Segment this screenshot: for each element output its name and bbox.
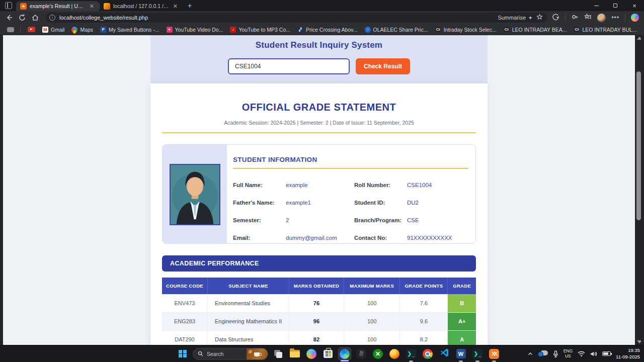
bookmarks-divider: [20, 27, 21, 33]
browser-essentials-icon[interactable]: [552, 13, 559, 23]
tab-close-icon[interactable]: ✕: [172, 3, 179, 10]
profile-avatar[interactable]: [597, 14, 606, 22]
bookmark-label: LEO INTRADAY BUL...: [582, 27, 636, 33]
bookmark-price-crossing[interactable]: ▞Price Crossing Abov...: [297, 27, 358, 33]
vscode-icon: [440, 348, 449, 359]
copilot-icon[interactable]: [631, 14, 639, 22]
new-tab-button[interactable]: +: [188, 2, 192, 10]
browser-tab-strip: example's Result | University Resu ✕ loc…: [0, 0, 644, 11]
summarise-button[interactable]: Summarise ✦: [498, 15, 532, 21]
back-icon[interactable]: [5, 14, 13, 22]
start-button[interactable]: [176, 347, 189, 360]
bookmark-yt-mp3[interactable]: ♪YouTube to MP3 Co...: [230, 27, 290, 33]
tray-expand-icon[interactable]: [528, 351, 533, 356]
bookmark-star-icon[interactable]: [536, 13, 543, 22]
statement-meta: Academic Session: 2024-2025 | Semester: …: [162, 120, 476, 126]
marks-obtained: 96: [289, 312, 344, 330]
task-view-button[interactable]: [272, 347, 285, 360]
window-minimize-button[interactable]: [587, 0, 606, 11]
academic-performance-header: ACADEMIC PERFORMANCE: [162, 255, 476, 272]
bookmark-label: Intraday Stock Selec...: [444, 27, 497, 33]
wifi-icon[interactable]: [578, 351, 585, 357]
field-label: Contact No:: [354, 235, 407, 241]
volume-icon[interactable]: [590, 351, 597, 357]
window-restore-button[interactable]: [606, 0, 625, 11]
bookmark-olaelec[interactable]: ◔OLAELEC Share Pric...: [365, 27, 428, 33]
chartink-icon: Ci: [435, 27, 441, 33]
url-text[interactable]: localhost/college_website/result.php: [59, 15, 498, 21]
terminal-button[interactable]: ❯_: [405, 347, 418, 360]
favorites-icon[interactable]: [584, 13, 592, 23]
tab-close-icon[interactable]: ✕: [89, 3, 95, 10]
scrollbar-thumb[interactable]: [636, 71, 641, 220]
search-seasonal-art[interactable]: [247, 348, 268, 360]
address-bar[interactable]: i localhost/college_website/result.php S…: [45, 13, 547, 23]
saved-buttons-icon: P: [100, 27, 106, 33]
bookmark-saved-buttons[interactable]: PMy Saved Buttons -...: [100, 27, 159, 33]
table-row: ENG283 Engineering Mathematics II 96 100…: [162, 312, 476, 330]
word-button[interactable]: W: [454, 347, 467, 360]
grade-points: 8.2: [400, 330, 448, 345]
column-header: SUBJECT NAME: [207, 278, 289, 294]
gem-app-button[interactable]: [355, 347, 368, 360]
onedrive-icon[interactable]: [538, 350, 548, 357]
copilot-button[interactable]: [305, 347, 318, 360]
bookmark-intraday[interactable]: CiIntraday Stock Selec...: [435, 27, 497, 33]
site-info-icon[interactable]: i: [49, 15, 55, 21]
browser-menu-icon[interactable]: •••: [611, 14, 619, 21]
subject-name: Engineering Mathematics II: [207, 312, 289, 330]
youtube-icon: [28, 27, 35, 32]
bookmark-leo-bear[interactable]: CiLEO INTRADAY BEA...: [504, 27, 567, 33]
microsoft-store-button[interactable]: [321, 347, 335, 360]
chart-icon: ▞: [297, 27, 303, 33]
tab-actions-icon[interactable]: [5, 2, 12, 9]
bookmark-youtube[interactable]: [28, 27, 35, 32]
taskbar-search[interactable]: Search: [193, 348, 268, 360]
gmail-icon: M: [42, 27, 48, 33]
inquiry-hero-section: Student Result Inquiry System Check Resu…: [150, 35, 488, 83]
grade-badge: A+: [448, 312, 476, 330]
microphone-icon[interactable]: [553, 350, 558, 357]
maximum-marks: 100: [344, 294, 400, 312]
tab-result-page[interactable]: example's Result | University Resu ✕: [16, 1, 99, 11]
language-indicator[interactable]: ENG US: [564, 349, 573, 359]
edge-icon: [340, 349, 350, 359]
firefox-button[interactable]: [388, 347, 401, 360]
marks-obtained: 82: [289, 330, 344, 345]
home-icon[interactable]: [31, 14, 39, 22]
wallet-icon[interactable]: [571, 13, 579, 23]
powershell-button[interactable]: ❯_: [471, 347, 484, 360]
subject-name: Environmental Studies: [207, 294, 289, 312]
bookmark-yt-video[interactable]: ▼YouTube Video Do...: [167, 27, 223, 33]
taskbar-clock[interactable]: 19:35 11-09-2025: [616, 347, 640, 360]
field-value: example1: [286, 200, 354, 206]
refresh-icon[interactable]: [18, 14, 26, 22]
bookmark-label: Price Crossing Abov...: [306, 27, 358, 33]
video-downloader-icon: ▼: [167, 27, 173, 33]
edge-button[interactable]: [338, 347, 351, 360]
bookmark-gmail[interactable]: MGmail: [42, 27, 64, 33]
file-explorer-button[interactable]: [288, 347, 301, 360]
bookmark-apps[interactable]: [7, 27, 14, 32]
phpmyadmin-favicon: [104, 3, 110, 10]
maximum-marks: 100: [344, 330, 400, 345]
check-result-button[interactable]: Check Result: [356, 58, 410, 74]
avatar-illustration: [171, 165, 219, 224]
battery-icon[interactable]: [602, 351, 611, 356]
gem-app-icon: [356, 349, 366, 359]
xampp-button[interactable]: ꓫꓫ: [488, 347, 501, 360]
tab-phpmyadmin[interactable]: localhost / 127.0.0.1 / college_db ✕: [100, 1, 183, 11]
bookmark-leo-bull[interactable]: CiLEO INTRADAY BUL...: [574, 27, 636, 33]
bookmark-maps[interactable]: Maps: [71, 27, 93, 33]
window-close-button[interactable]: ×: [625, 0, 644, 11]
chrome-button[interactable]: [421, 347, 434, 360]
statement-title: OFFICIAL GRADE STATEMENT: [162, 83, 476, 113]
xbox-button[interactable]: ✕: [371, 347, 384, 360]
page-title: Student Result Inquiry System: [150, 35, 488, 50]
roll-number-input[interactable]: [228, 58, 350, 74]
browser-toolbar: i localhost/college_website/result.php S…: [0, 11, 644, 24]
table-row: ENV473 Environmental Studies 76 100 7.6 …: [162, 294, 476, 312]
info-row: Full Name: example Roll Number: CSE1004: [233, 176, 468, 194]
vscode-button[interactable]: [438, 347, 451, 360]
bookmark-label: Gmail: [51, 27, 64, 33]
